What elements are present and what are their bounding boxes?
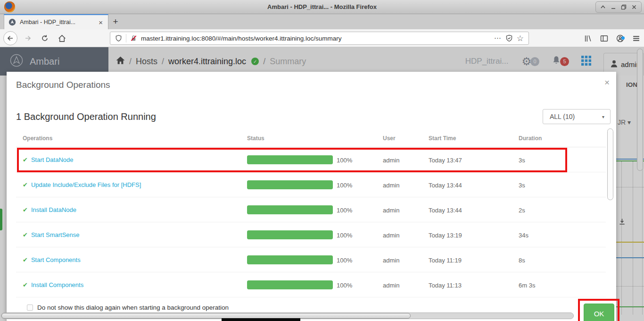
horizontal-scrollbar-thumb[interactable] — [1, 313, 411, 319]
operation-cell: ✔Install DataNode — [23, 206, 76, 213]
navigation-toolbar: master1.ittraining.loc:8080/#/main/hosts… — [0, 29, 644, 47]
progress-percent: 100% — [337, 232, 352, 239]
library-icon[interactable] — [580, 34, 596, 42]
tab-bar: Ambari - HDP_ittrai... × + — [0, 14, 644, 29]
modal-close-icon[interactable]: × — [604, 78, 610, 87]
col-status: Status — [247, 135, 264, 142]
dont-show-checkbox[interactable] — [27, 304, 33, 311]
operation-cell: ✔Start Components — [23, 256, 81, 263]
menu-hamburger-icon[interactable] — [628, 34, 644, 42]
dont-show-again-row: Do not show this dialog again when start… — [27, 304, 229, 311]
col-start-time: Start Time — [429, 135, 456, 142]
close-window-icon[interactable] — [630, 3, 638, 11]
progress-bar-fill — [247, 205, 333, 214]
modal-title: Background Operations — [16, 80, 110, 90]
insecure-lock-icon[interactable] — [130, 34, 137, 42]
shield-check-icon[interactable] — [505, 34, 513, 42]
duration-cell: 34s — [519, 232, 528, 239]
duration-cell: 3s — [519, 182, 525, 189]
reload-button[interactable] — [38, 31, 52, 45]
window-controls — [595, 1, 642, 13]
annotation-box-ok-button — [578, 299, 619, 321]
minimize-window-icon[interactable] — [609, 3, 618, 11]
url-bar[interactable]: master1.ittraining.loc:8080/#/main/hosts… — [110, 32, 529, 45]
forward-button[interactable] — [21, 31, 35, 45]
user-cell: admin — [383, 182, 399, 189]
check-icon: ✔ — [23, 231, 28, 238]
progress-percent: 100% — [337, 207, 352, 214]
operation-cell: ✔Update Include/Exclude Files for [HDFS] — [23, 181, 141, 188]
tab-title: Ambari - HDP_ittrai... — [20, 19, 94, 25]
check-icon: ✔ — [23, 206, 28, 213]
col-duration: Duration — [519, 135, 542, 142]
progress-bar — [247, 255, 333, 264]
dont-show-label: Do not show this dialog again when start… — [37, 304, 229, 311]
table-row: ✔Install DataNode 100% admin Today 13:44… — [16, 197, 606, 222]
shade-window-icon[interactable] — [599, 3, 607, 11]
progress-bar — [247, 180, 333, 189]
window-titlebar[interactable]: Ambari - HDP_ittrai... - Mozilla Firefox — [0, 0, 644, 14]
home-button[interactable] — [55, 31, 69, 45]
urlbar-separator — [126, 34, 126, 42]
check-icon: ✔ — [23, 281, 28, 288]
progress-percent: 100% — [337, 257, 352, 264]
duration-cell: 6m 3s — [519, 282, 535, 289]
window-title: Ambari - HDP_ittrai... - Mozilla Firefox — [0, 3, 644, 10]
annotation-box-first-row — [17, 148, 567, 172]
progress-bar-fill — [247, 255, 333, 264]
user-cell: admin — [383, 282, 399, 289]
tab-close-icon[interactable]: × — [98, 18, 104, 26]
page-actions-icon[interactable]: ⋯ — [494, 34, 502, 42]
operation-cell: ✔Start SmartSense — [23, 231, 80, 238]
new-tab-button[interactable]: + — [108, 14, 123, 29]
table-row: ✔Start Components 100% admin Today 11:19… — [16, 247, 606, 272]
operation-link[interactable]: Update Include/Exclude Files for [HDFS] — [31, 181, 141, 188]
ambari-favicon-icon — [8, 18, 16, 26]
user-cell: admin — [383, 207, 399, 214]
col-operations: Operations — [23, 135, 52, 142]
toolbar-icons — [580, 31, 644, 45]
account-notification-dot — [621, 36, 625, 40]
table-row: ✔Start SmartSense 100% admin Today 13:19… — [16, 222, 606, 247]
browser-tab-ambari[interactable]: Ambari - HDP_ittrai... × — [4, 14, 108, 29]
operations-filter-dropdown[interactable]: ALL (10) ▾ — [543, 109, 611, 124]
progress-bar — [247, 280, 333, 289]
operations-running-heading: 1 Background Operation Running — [16, 111, 156, 122]
progress-bar-fill — [247, 280, 333, 289]
url-text: master1.ittraining.loc:8080/#/main/hosts… — [141, 35, 490, 42]
back-button[interactable] — [3, 31, 17, 45]
operation-link[interactable]: Install Components — [31, 281, 83, 288]
operation-cell: ✔Install Components — [23, 281, 83, 288]
progress-bar-fill — [247, 180, 333, 189]
start-time-cell: Today 13:44 — [429, 207, 462, 214]
duration-cell: 8s — [519, 257, 525, 264]
duration-cell: 2s — [519, 207, 525, 214]
col-user: User — [383, 135, 396, 142]
progress-bar — [247, 230, 333, 239]
bookmark-star-icon[interactable]: ☆ — [517, 34, 524, 43]
operation-link[interactable]: Start Components — [31, 256, 81, 263]
progress-percent: 100% — [337, 182, 352, 189]
table-row: ✔Install Components 100% admin Today 11:… — [16, 272, 606, 297]
progress-bar-fill — [247, 230, 333, 239]
table-row: ✔Update Include/Exclude Files for [HDFS]… — [16, 172, 606, 197]
start-time-cell: Today 11:19 — [429, 257, 462, 264]
table-header: Operations Status User Start Time Durati… — [16, 131, 606, 147]
start-time-cell: Today 11:13 — [429, 282, 462, 289]
user-cell: admin — [383, 232, 399, 239]
start-time-cell: Today 13:44 — [429, 182, 462, 189]
tracking-protection-shield-icon[interactable] — [115, 34, 122, 42]
operation-link[interactable]: Install DataNode — [31, 206, 76, 213]
start-time-cell: Today 13:19 — [429, 232, 462, 239]
sidebar-icon[interactable] — [596, 34, 612, 42]
check-icon: ✔ — [23, 181, 28, 188]
screen: Ambari - HDP_ittrai... - Mozilla Firefox… — [0, 0, 644, 321]
vertical-scrollbar-thumb[interactable] — [637, 49, 643, 171]
restore-window-icon[interactable] — [619, 3, 628, 11]
account-icon[interactable] — [612, 34, 628, 42]
caret-down-icon: ▾ — [602, 114, 604, 119]
taskbar-sliver — [222, 318, 300, 321]
modal-vertical-scrollbar[interactable] — [607, 128, 613, 200]
operation-link[interactable]: Start SmartSense — [31, 231, 80, 238]
progress-percent: 100% — [337, 282, 352, 289]
